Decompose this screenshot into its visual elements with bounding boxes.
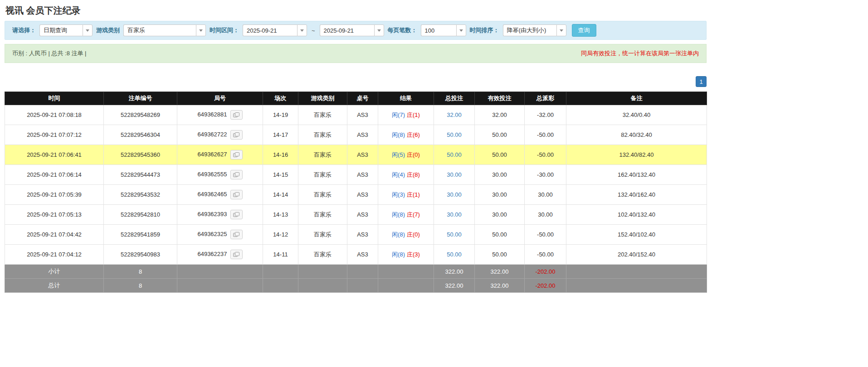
total-label: 总计 [5,279,104,293]
round-detail-button[interactable] [230,110,243,120]
round-detail-button[interactable] [230,190,243,199]
cell-total-bet: 30.00 [434,185,475,205]
date-from-input[interactable] [243,24,297,36]
round-detail-button[interactable] [230,250,243,259]
round-detail-button[interactable] [230,150,243,159]
cell-payout: -50.00 [525,125,566,145]
header-total-bet: 总投注 [434,92,475,105]
total-count: 8 [104,279,177,293]
cell-round: 649362881 [177,105,263,125]
round-number: 649362722 [197,131,227,138]
select-type-combo [39,24,93,36]
cell-total-bet: 30.00 [434,165,475,185]
select-type-input[interactable] [39,24,83,36]
result-player: 闲(5) [392,151,405,158]
table-header: 时间 注单编号 局号 场次 游戏类别 桌号 结果 总投注 有效投注 总派彩 备注 [5,92,707,105]
cell-table-no: AS3 [347,205,378,225]
sort-order-input[interactable] [503,24,556,36]
table-row: 2025-09-21 07:06:14 522829544473 6493625… [5,165,707,185]
result-banker: 庄(7) [407,211,420,218]
cell-game: 百家乐 [298,245,347,265]
cell-bet-id: 522829545360 [104,145,177,165]
total-total-bet: 322.00 [434,279,475,293]
date-to-input[interactable] [320,24,374,36]
cell-round: 649362627 [177,145,263,165]
cell-round: 649362555 [177,165,263,185]
cell-session: 14-12 [263,225,298,245]
table-row: 2025-09-21 07:05:13 522829542810 6493623… [5,205,707,225]
chevron-down-icon [560,29,563,32]
round-detail-button[interactable] [230,130,243,140]
cell-result: 闲(8)庄(0) [378,225,434,245]
cell-payout: -30.00 [525,165,566,185]
cell-remark: 132.40/82.40 [566,145,707,165]
round-number: 649362465 [197,191,227,198]
select-type-label: 请选择： [12,26,36,34]
result-player: 闲(8) [392,131,405,138]
cell-remark: 202.40/152.40 [566,245,707,265]
filter-bar: 请选择： 游戏类别 时间区间： ~ 每页笔数： 时间排序： [5,21,707,40]
chevron-down-icon [377,29,381,32]
result-banker: 庄(6) [407,131,420,138]
result-player: 闲(7) [392,111,405,118]
round-detail-button[interactable] [230,230,243,239]
total-bet-link[interactable]: 50.00 [447,251,462,258]
total-bet-link[interactable]: 32.00 [447,111,462,118]
round-detail-button[interactable] [230,170,243,179]
cell-game: 百家乐 [298,225,347,245]
view-result-icon [233,232,239,237]
game-type-dropdown-button[interactable] [196,24,206,36]
cell-table-no: AS3 [347,185,378,205]
query-button[interactable]: 查询 [572,24,596,37]
cell-result: 闲(8)庄(3) [378,245,434,265]
subtotal-row: 小计 8 322.00 322.00 -202.00 [5,265,707,279]
cell-game: 百家乐 [298,105,347,125]
total-bet-link[interactable]: 30.00 [447,171,462,178]
view-result-icon [233,252,239,257]
page-size-dropdown-button[interactable] [456,24,466,36]
game-type-input[interactable] [123,24,196,36]
cell-bet-id: 522829542810 [104,205,177,225]
total-bet-link[interactable]: 50.00 [447,131,462,138]
betting-records-page: 视讯 会员下注纪录 请选择： 游戏类别 时间区间： ~ 每页笔数： 时间排序： [5,0,707,293]
select-type-dropdown-button[interactable] [83,24,93,36]
total-bet-link[interactable]: 30.00 [447,211,462,218]
total-row: 总计 8 322.00 322.00 -202.00 [5,279,707,293]
round-detail-button[interactable] [230,210,243,219]
result-banker: 庄(1) [407,191,420,198]
round-number: 649362325 [197,231,227,237]
date-to-dropdown-button[interactable] [374,24,384,36]
sort-order-dropdown-button[interactable] [556,24,566,36]
table-row: 2025-09-21 07:05:39 522829543532 6493624… [5,185,707,205]
cell-time: 2025-09-21 07:04:12 [5,245,104,265]
header-payout: 总派彩 [525,92,566,105]
result-banker: 庄(8) [407,171,420,178]
cell-table-no: AS3 [347,145,378,165]
page-size-input[interactable] [421,24,456,36]
result-banker: 庄(3) [407,251,420,258]
cell-bet-id: 522829543532 [104,185,177,205]
subtotal-count: 8 [104,265,177,279]
cell-valid-bet: 50.00 [475,145,525,165]
view-result-icon [233,212,239,217]
table-row-highlighted: 2025-09-21 07:06:41 522829545360 6493626… [5,145,707,165]
page-1-button[interactable]: 1 [696,76,707,87]
cell-valid-bet: 50.00 [475,225,525,245]
chevron-down-icon [199,29,203,32]
cell-total-bet: 50.00 [434,245,475,265]
total-bet-link[interactable]: 50.00 [447,151,462,158]
round-number: 649362627 [197,151,227,158]
cell-table-no: AS3 [347,105,378,125]
cell-session: 14-16 [263,145,298,165]
cell-valid-bet: 50.00 [475,125,525,145]
cell-game: 百家乐 [298,205,347,225]
cell-valid-bet: 32.00 [475,105,525,125]
total-bet-link[interactable]: 50.00 [447,231,462,238]
page-size-label: 每页笔数： [388,26,417,34]
header-game: 游戏类别 [298,92,347,105]
total-bet-link[interactable]: 30.00 [447,191,462,198]
date-from-dropdown-button[interactable] [297,24,307,36]
cell-time: 2025-09-21 07:06:14 [5,165,104,185]
cell-session: 14-11 [263,245,298,265]
cell-table-no: AS3 [347,125,378,145]
